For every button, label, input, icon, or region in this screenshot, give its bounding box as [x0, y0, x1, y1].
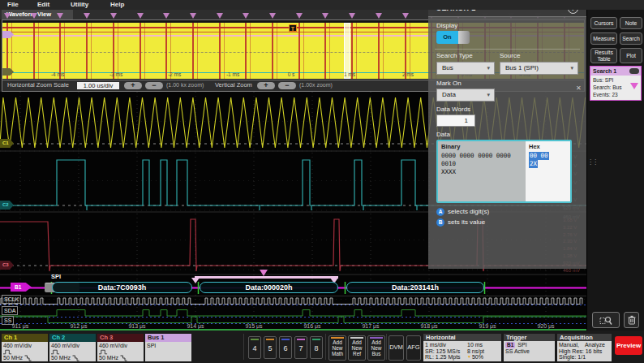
bus-badge-b1[interactable]: Bus 1 SPI [145, 334, 191, 361]
channel-6-button[interactable]: 6 [279, 336, 292, 359]
v-zoom-plus-button[interactable]: + [257, 82, 275, 89]
chevron-down-icon: ▾ [487, 63, 490, 74]
afg-button[interactable]: AFG [406, 335, 421, 361]
zoom-box-icon [599, 315, 613, 326]
menu-file[interactable]: File [7, 0, 19, 10]
search-mark-icon [137, 13, 144, 19]
horizontal-badge[interactable]: Horizontal 1 ms/div10 ms SR: 125 MS/s8 n… [423, 334, 501, 361]
bus-type-label: SPI [51, 273, 61, 280]
hex-value[interactable]: 00 00 2X [529, 152, 549, 168]
search-mark-icon [57, 13, 63, 19]
acquisition-badge[interactable]: Acquisition Manual,Analyze High Res: 16 … [557, 334, 612, 361]
source-dropdown[interactable]: Bus 1 (SPI) ▾ [500, 62, 578, 75]
channel-8-button[interactable]: 8 [310, 336, 323, 359]
add-plot-button[interactable]: Plot [620, 48, 642, 63]
data-label: Data [436, 131, 450, 138]
trigger-badge[interactable]: Trigger B1SPI SS Active [504, 334, 555, 361]
channel-badge-ch1[interactable]: Ch 1 460 mV/div 50 MHz [2, 334, 48, 361]
h-zoom-readout: (1.00 kx zoom) [166, 80, 204, 90]
search-result-badge[interactable]: Search 1 Bus: SPI Search: Bus Events: 23 [590, 66, 642, 101]
time-axis-label: 916 μs [300, 323, 324, 329]
bandwidth-icon [120, 355, 127, 361]
add-new-math-button[interactable]: Add New Math [328, 335, 346, 361]
search-mark-icon [402, 13, 409, 19]
search-type-dropdown[interactable]: Bus ▾ [436, 62, 495, 75]
add-new-bus-button[interactable]: Add New Bus [367, 335, 385, 361]
channel-7-button[interactable]: 7 [294, 336, 307, 359]
display-toggle-on: On [436, 31, 458, 44]
menu-utility[interactable]: Utility [71, 0, 88, 10]
h-zoom-scale-value[interactable]: 1.00 us/div [77, 82, 119, 89]
add-results-table-button[interactable]: Results Table [590, 48, 617, 63]
channel-4-button[interactable]: 4 [248, 336, 261, 359]
bus-burst-line [170, 23, 171, 79]
dvm-button[interactable]: DVM [389, 335, 404, 361]
overview-time-label: -3 ms [105, 71, 127, 77]
bus-burst-line [356, 23, 357, 79]
settings-bar: Ch 1 460 mV/div 50 MHz Ch 2 460 mV/div 5… [0, 331, 644, 363]
h-zoom-scale-label: Horizontal Zoom Scale [7, 80, 69, 90]
bandwidth-icon [24, 355, 32, 361]
search-mark-icon [243, 13, 249, 19]
coupling-icon [51, 349, 60, 355]
bus-decode-event-1: Data:7C0093h [52, 282, 192, 293]
channel-badge-ch2[interactable]: Ch 2 460 mV/div 50 MHz [49, 334, 96, 361]
bus-type: SPI [147, 343, 190, 349]
bus-burst-line [165, 23, 167, 79]
v-zoom-minus-button[interactable]: − [278, 82, 296, 89]
ch2-bandwidth: 50 MHz [51, 355, 71, 361]
hex-column-header: Hex [529, 143, 540, 150]
bus-burst-line [351, 23, 353, 79]
add-search-button[interactable]: Search [620, 32, 642, 45]
trash-icon [628, 315, 636, 325]
trigger-position-icon[interactable]: T [289, 24, 297, 32]
overview-time-label: 1 ms [338, 71, 361, 77]
bus-burst-line [64, 23, 65, 79]
add-measure-button[interactable]: Measure [590, 32, 617, 45]
h-zoom-plus-button[interactable]: + [124, 82, 142, 89]
search-mark-icon [217, 13, 223, 19]
search-badge-details: Bus: SPI Search: Bus Events: 23 [593, 76, 621, 98]
bus-burst-line [33, 23, 35, 79]
data-words-input[interactable]: 1 [436, 115, 475, 127]
data-words-label: Data Words [436, 106, 470, 113]
mark-on-dropdown[interactable]: Data ▾ [436, 89, 495, 102]
search-mark-icon [84, 13, 90, 19]
add-note-button[interactable]: Note [620, 17, 642, 29]
zoom-mode-button[interactable] [592, 312, 620, 328]
source-label: Source [500, 52, 520, 59]
preview-button[interactable]: Preview [615, 336, 642, 355]
bus-burst-line [59, 23, 61, 79]
bus-burst-line [192, 23, 194, 79]
overview-time-label: 2 ms [397, 71, 419, 77]
menu-help[interactable]: Help [110, 0, 124, 10]
zoom-window-slider[interactable] [344, 23, 350, 79]
chevron-down-icon: ▾ [570, 63, 573, 74]
bus-burst-line [298, 23, 300, 79]
add-new-ref-button[interactable]: Add New Ref [348, 335, 366, 361]
bus-burst-line [378, 23, 380, 79]
time-axis-label: 918 μs [417, 323, 441, 329]
mark-on-value: Data [442, 91, 456, 98]
panel-divider [435, 49, 580, 50]
binary-value[interactable]: 0000 0000 0000 0000 0010 XXXX [441, 152, 524, 176]
channel-badge-ch3[interactable]: Ch 3 460 mV/div 50 MHz [97, 334, 144, 361]
search-span-bar [195, 276, 338, 279]
menu-edit[interactable]: Edit [37, 0, 49, 10]
bus-burst-line [250, 23, 251, 79]
overview-time-label: 0 s [280, 71, 303, 77]
bus-burst-line [197, 23, 198, 79]
bus-burst-line [383, 23, 384, 79]
h-zoom-minus-button[interactable]: − [145, 82, 163, 89]
data-value-editor[interactable]: Binary 0000 0000 0000 0000 0010 XXXX Hex… [436, 140, 572, 203]
bus-decode-event-3: Data:203141h [346, 282, 484, 293]
channel-5-button[interactable]: 5 [264, 336, 277, 359]
bandwidth-icon [72, 355, 79, 361]
add-cursors-button[interactable]: Cursors [590, 17, 617, 29]
panel-resize-handle[interactable]: ⋮⋮ [587, 159, 597, 165]
search-mark-icon [110, 13, 117, 19]
close-icon[interactable]: ✕ [576, 84, 582, 92]
search-mark-icon [376, 13, 382, 19]
display-toggle[interactable]: On [436, 31, 470, 44]
delete-button[interactable] [624, 312, 639, 328]
